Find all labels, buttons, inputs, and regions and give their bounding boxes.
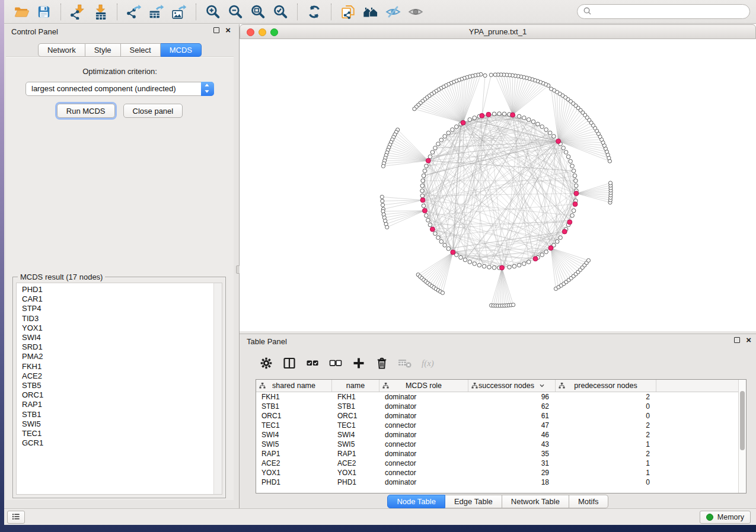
table-cell: SWI5 [332,440,379,449]
mcds-result-node[interactable]: YOX1 [22,323,222,333]
column-visibility-button[interactable] [279,353,299,373]
close-window-icon[interactable] [247,28,254,36]
float-icon[interactable] [213,27,219,33]
save-session-button[interactable] [34,2,53,21]
mcds-result-node[interactable]: PHD1 [22,285,222,294]
search-input[interactable] [595,7,744,16]
mcds-result-node[interactable]: PMA2 [22,352,222,361]
tab-style[interactable]: Style [85,43,121,57]
mcds-result-node[interactable]: RAP1 [22,400,222,409]
table-row[interactable]: RAP1RAP1dominator352 [256,449,746,459]
tab-node-table[interactable]: Node Table [387,495,445,508]
mcds-result-node[interactable]: FKH1 [22,362,222,371]
deselect-all-button[interactable] [326,353,346,373]
first-neighbors-button[interactable] [361,2,380,21]
export-network-button[interactable] [125,2,143,21]
delete-column-button[interactable] [372,353,392,373]
column-header-shared-name[interactable]: shared name [256,380,332,392]
hide-selected-button[interactable] [384,2,403,21]
network-canvas[interactable] [240,39,756,331]
mcds-tab-content: Optimization criterion: largest connecte… [6,57,234,500]
toolbar-separator [196,4,196,20]
table-cell: 1 [556,468,656,477]
column-header-predecessor-nodes[interactable]: predecessor nodes [556,380,656,392]
task-history-button[interactable] [7,511,25,524]
column-header-MCDS-role[interactable]: MCDS role [379,380,468,392]
tab-network[interactable]: Network [38,43,85,57]
tab-network-table[interactable]: Network Table [502,495,569,508]
close-icon[interactable]: × [746,337,751,343]
mcds-result-node[interactable]: GCR1 [22,438,222,448]
select-all-button[interactable] [302,353,323,373]
table-scrollbar-thumb[interactable] [740,391,745,450]
mcds-result-node[interactable]: SRD1 [22,342,222,352]
mcds-result-node[interactable]: STP4 [22,304,222,313]
mcds-result-node[interactable]: TEC1 [22,429,222,438]
table-cell: 31 [468,459,556,468]
zoom-in-button[interactable] [203,2,222,21]
mcds-result-node[interactable]: TID3 [22,314,222,323]
zoom-out-button[interactable] [226,2,245,21]
column-header-label: predecessor nodes [574,382,637,390]
table-settings-button[interactable] [256,353,276,373]
refresh-view-button[interactable] [305,2,324,21]
optimization-criterion-select[interactable]: largest connected component (undirected) [25,82,214,96]
zoom-selected-button[interactable] [271,2,290,21]
mcds-result-node[interactable]: STB1 [22,410,222,419]
show-all-button[interactable] [406,2,425,21]
tab-mcds[interactable]: MCDS [161,43,202,57]
close-icon[interactable]: × [225,27,231,33]
table-header-row: shared namenameMCDS rolesuccessor nodesp… [256,380,746,392]
column-header-name[interactable]: name [332,380,379,392]
mcds-result-node[interactable]: SWI4 [22,333,222,342]
table-row[interactable]: FKH1FKH1dominator962 [256,392,746,402]
tab-edge-table[interactable]: Edge Table [445,495,502,508]
table-scrollbar[interactable] [738,380,746,493]
open-file-button[interactable] [12,2,31,21]
memory-button[interactable]: Memory [700,511,751,524]
tab-motifs[interactable]: Motifs [569,495,608,508]
mcds-result-node[interactable]: ORC1 [22,390,222,400]
table-row[interactable]: ORC1ORC1dominator610 [256,411,746,421]
export-table-button[interactable] [147,2,166,21]
search-box[interactable] [577,4,750,19]
close-panel-button[interactable]: Close panel [123,104,183,118]
table-row[interactable]: TEC1TEC1connector472 [256,421,746,430]
import-table-from-file-button[interactable] [91,2,110,21]
network-view-titlebar[interactable]: YPA_prune.txt_1 [240,24,756,39]
column-header-successor-nodes[interactable]: successor nodes [468,380,556,392]
mcds-result-node[interactable]: SWI5 [22,419,222,429]
zoom-window-icon[interactable] [270,28,278,36]
mcds-result-node[interactable]: STB5 [22,381,222,390]
clone-network-button[interactable] [339,2,358,21]
float-icon[interactable] [734,337,740,343]
table-row[interactable]: YOX1YOX1connector291 [256,468,746,477]
tab-select[interactable]: Select [121,43,161,57]
vertical-splitter[interactable] [235,24,240,508]
mcds-list-scrollbar[interactable] [213,283,222,494]
table-cell: 46 [468,430,556,440]
table-cell: dominator [379,402,468,411]
fit-content-button[interactable] [248,2,267,21]
mcds-result-node[interactable]: ACE2 [22,371,222,381]
run-mcds-button[interactable]: Run MCDS [57,104,115,118]
table-row[interactable]: ACE2ACE2connector311 [256,459,746,468]
table-cell: 0 [556,411,656,421]
mcds-result-node[interactable]: CAR1 [22,294,222,304]
minimize-window-icon[interactable] [259,28,266,36]
table-panel: Table Panel × f(x) shared namenameMCDS r… [240,334,756,508]
mcds-result-list[interactable]: PHD1CAR1STP4TID3YOX1SWI4SRD1PMA2FKH1ACE2… [16,283,222,495]
memory-label: Memory [717,513,744,521]
import-network-from-file-button[interactable] [68,2,87,21]
table-row[interactable]: SWI5SWI5connector431 [256,440,746,449]
table-row[interactable]: SWI4SWI4dominator462 [256,430,746,440]
table-row[interactable]: STB1STB1dominator620 [256,402,746,411]
table-cell: dominator [379,430,468,440]
table-cell: connector [379,459,468,468]
add-column-button[interactable] [349,353,369,373]
export-image-button[interactable] [170,2,189,21]
table-cell: dominator [379,449,468,459]
table-row[interactable]: PHD1PHD1dominator180 [256,477,746,487]
table-cell: RAP1 [256,449,332,459]
network-canvas-svg [240,39,756,331]
